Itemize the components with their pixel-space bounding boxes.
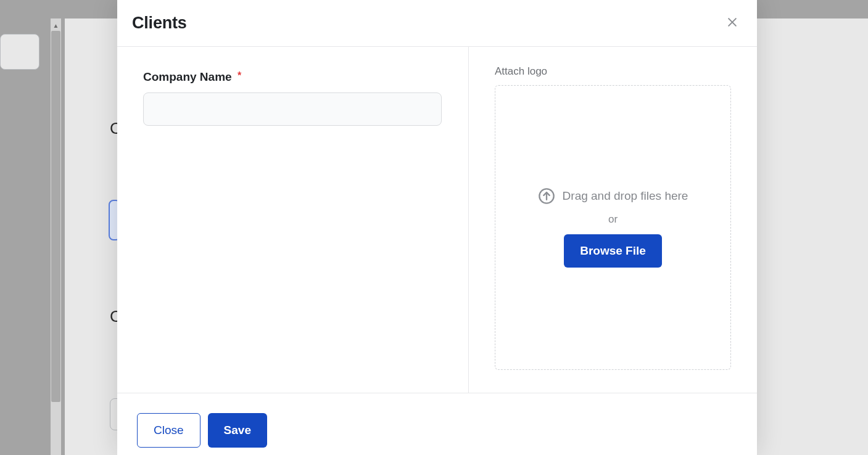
modal-body: Company Name * Attach logo Drag and drop… (117, 47, 757, 393)
bg-scrollbar-thumb (51, 31, 60, 402)
form-left-panel: Company Name * (117, 47, 469, 393)
clients-modal: Clients Company Name * Attach logo (117, 0, 757, 455)
dropzone-row: Drag and drop files here (538, 187, 688, 205)
modal-title: Clients (132, 14, 187, 33)
attach-logo-label: Attach logo (495, 65, 731, 78)
dropzone-text: Drag and drop files here (563, 189, 688, 203)
company-name-label: Company Name * (143, 70, 442, 84)
save-button[interactable]: Save (208, 413, 267, 448)
close-button[interactable]: Close (137, 413, 200, 448)
modal-footer: Close Save (117, 393, 757, 455)
company-name-input[interactable] (143, 92, 442, 126)
bg-card (0, 34, 39, 70)
company-name-label-text: Company Name (143, 70, 232, 83)
dropzone-or: or (608, 213, 618, 226)
modal-header: Clients (117, 0, 757, 47)
logo-dropzone[interactable]: Drag and drop files here or Browse File (495, 85, 731, 370)
upload-icon (538, 187, 555, 205)
close-icon (726, 16, 738, 30)
required-star: * (238, 70, 241, 81)
close-icon-button[interactable] (722, 14, 742, 33)
browse-file-button[interactable]: Browse File (564, 234, 662, 268)
bg-scrollbar-up-arrow: ▲ (52, 22, 59, 29)
form-right-panel: Attach logo Drag and drop files here or … (469, 47, 757, 393)
